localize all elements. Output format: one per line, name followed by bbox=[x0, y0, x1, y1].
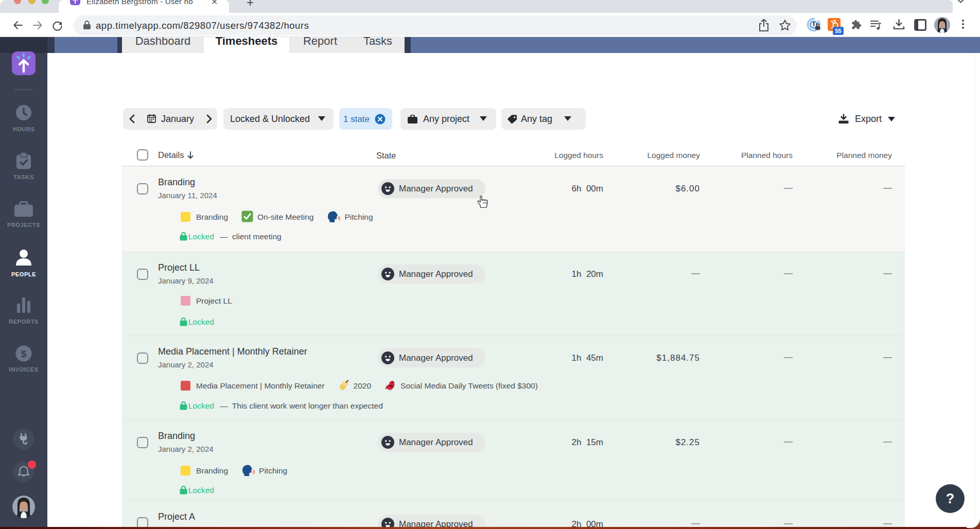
svg-text:$: $ bbox=[21, 348, 27, 359]
